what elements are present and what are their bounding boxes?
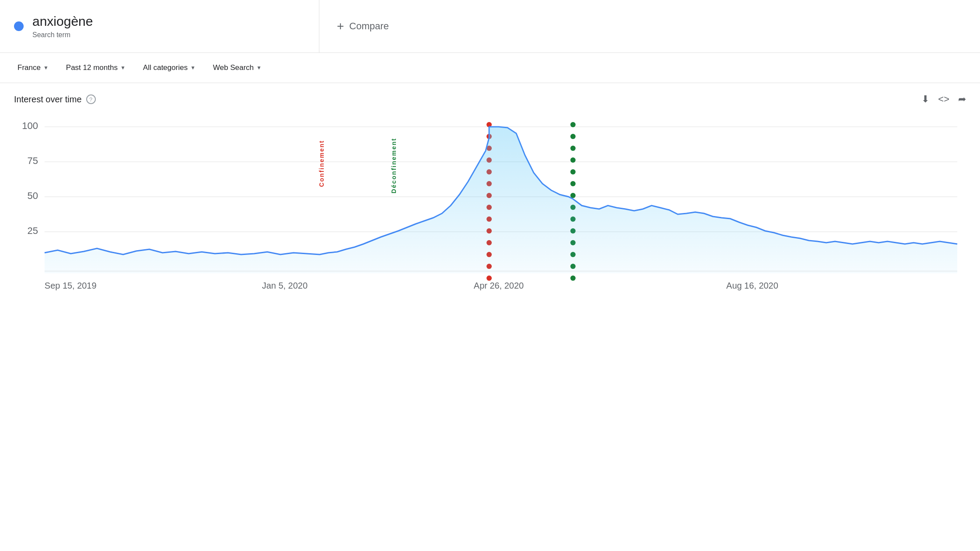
search-term-box: anxiogène Search term: [0, 0, 319, 52]
svg-text:100: 100: [22, 120, 38, 131]
compare-box: + Compare: [319, 0, 980, 52]
svg-text:75: 75: [27, 155, 38, 166]
term-info: anxiogène Search term: [32, 14, 93, 39]
compare-label: Compare: [349, 21, 388, 32]
chart-title-group: Interest over time ?: [14, 94, 96, 105]
term-type: Search term: [32, 31, 93, 39]
svg-point-26: [486, 276, 492, 281]
download-icon[interactable]: ⬇: [921, 94, 929, 105]
svg-point-31: [570, 169, 576, 174]
chart-svg: 100 75 50 25 Sep 15, 2019 Jan 5, 2020 Ap…: [14, 114, 966, 297]
chart-container: Confinement Déconfinement 100 75 50 25 S…: [14, 114, 966, 297]
chart-title: Interest over time: [14, 94, 82, 105]
search-type-label: Web Search: [213, 63, 254, 72]
svg-text:Jan 5, 2020: Jan 5, 2020: [262, 281, 308, 290]
svg-point-40: [570, 276, 576, 281]
annotation-confinement: Confinement: [318, 140, 325, 187]
plus-icon: +: [337, 19, 344, 33]
annotation-deconfinement: Déconfinement: [390, 138, 397, 193]
categories-chevron-icon: ▼: [190, 65, 196, 71]
svg-point-30: [570, 157, 576, 163]
region-chevron-icon: ▼: [43, 65, 49, 71]
svg-point-33: [570, 193, 576, 198]
chart-section: Interest over time ? ⬇ <> ➦ Confinement …: [0, 83, 980, 308]
categories-label: All categories: [143, 63, 188, 72]
term-name: anxiogène: [32, 14, 93, 29]
help-icon[interactable]: ?: [86, 94, 96, 104]
period-label: Past 12 months: [66, 63, 118, 72]
period-chevron-icon: ▼: [120, 65, 126, 71]
share-icon[interactable]: ➦: [958, 94, 966, 105]
header-section: anxiogène Search term + Compare: [0, 0, 980, 53]
trend-fill: [45, 127, 957, 273]
region-label: France: [18, 63, 41, 72]
svg-text:25: 25: [27, 225, 38, 236]
search-type-chevron-icon: ▼: [256, 65, 262, 71]
svg-text:Apr 26, 2020: Apr 26, 2020: [474, 281, 524, 290]
svg-text:Sep 15, 2019: Sep 15, 2019: [45, 281, 97, 290]
term-color-dot: [14, 21, 24, 31]
svg-point-29: [570, 146, 576, 151]
chart-header: Interest over time ? ⬇ <> ➦: [14, 94, 966, 105]
period-filter[interactable]: Past 12 months ▼: [59, 59, 133, 77]
compare-button[interactable]: + Compare: [337, 19, 389, 33]
categories-filter[interactable]: All categories ▼: [136, 59, 203, 77]
svg-point-27: [570, 122, 576, 127]
filters-bar: France ▼ Past 12 months ▼ All categories…: [0, 53, 980, 83]
chart-actions: ⬇ <> ➦: [921, 94, 966, 105]
search-type-filter[interactable]: Web Search ▼: [206, 59, 269, 77]
svg-text:Aug 16, 2020: Aug 16, 2020: [726, 281, 778, 290]
svg-point-28: [570, 134, 576, 139]
svg-point-32: [570, 181, 576, 186]
embed-icon[interactable]: <>: [938, 94, 949, 105]
svg-text:50: 50: [27, 190, 38, 201]
region-filter[interactable]: France ▼: [10, 59, 56, 77]
